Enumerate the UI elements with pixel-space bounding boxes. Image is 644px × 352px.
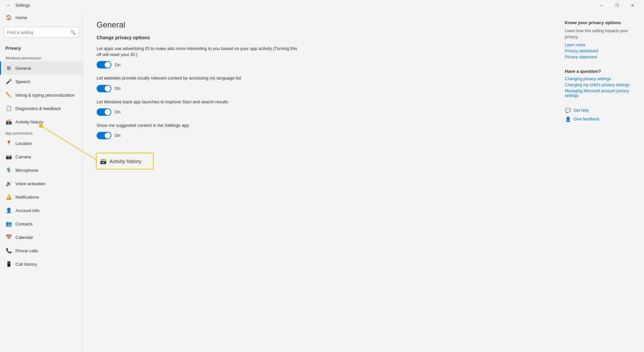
sidebar-phone-label: Phone calls — [15, 248, 38, 253]
setting-advertising-desc: Let apps use advertising ID to make ads … — [97, 46, 298, 58]
sidebar-item-notifications[interactable]: 🔔 Notifications — [0, 190, 83, 204]
sidebar-item-calendar[interactable]: 📅 Calendar — [0, 231, 83, 244]
sidebar-item-home[interactable]: 🏠 Home — [0, 11, 83, 24]
sidebar-item-account[interactable]: 👤 Account info — [0, 204, 83, 217]
home-icon: 🏠 — [5, 14, 12, 21]
sidebar-general-label: General — [15, 66, 31, 71]
search-box[interactable]: 🔍 — [4, 27, 79, 38]
know-privacy-text: Learn how this setting impacts your priv… — [565, 28, 636, 40]
toggle-language[interactable] — [97, 85, 111, 92]
inking-icon: ✏️ — [5, 92, 12, 98]
sidebar-camera-label: Camera — [15, 154, 31, 159]
right-panel: Know your privacy options Learn how this… — [557, 11, 644, 352]
minimize-button[interactable]: ─ — [594, 0, 609, 11]
titlebar-controls: ─ ❐ ✕ — [594, 0, 640, 11]
sidebar-diagnostics-label: Diagnostics & feedback — [15, 106, 61, 111]
back-button[interactable]: ← — [4, 1, 13, 10]
contacts-icon: 👥 — [5, 220, 12, 227]
sidebar-item-activity[interactable]: 🗃️ Activity history — [0, 115, 83, 129]
setting-language: Let websites provide locally relevant co… — [97, 75, 543, 92]
sidebar-item-camera[interactable]: 📷 Camera — [0, 150, 83, 163]
know-privacy-title: Know your privacy options — [565, 20, 636, 25]
toggle-row-suggested: On — [97, 132, 543, 139]
sidebar-item-diagnostics[interactable]: 📋 Diagnostics & feedback — [0, 102, 83, 115]
setting-suggested-desc: Show me suggested content in the Setting… — [97, 122, 298, 129]
sidebar-microphone-label: Microphone — [15, 168, 38, 173]
phone-icon: 📞 — [5, 247, 12, 254]
app-permissions-label: App permissions — [0, 129, 83, 137]
titlebar-title: Settings — [15, 3, 30, 8]
sidebar-callhistory-label: Call history — [15, 262, 37, 267]
sidebar-item-inking[interactable]: ✏️ Inking & typing personalization — [0, 88, 83, 102]
toggle-suggested-label: On — [115, 133, 120, 138]
sidebar-voice-label: Voice activation — [15, 181, 46, 186]
search-input[interactable] — [7, 30, 69, 35]
toggle-language-label: On — [115, 86, 120, 91]
give-feedback-icon: 👤 — [565, 116, 571, 122]
sidebar-contacts-label: Contacts — [15, 221, 33, 227]
toggle-advertising[interactable] — [97, 61, 111, 68]
sidebar-inking-label: Inking & typing personalization — [15, 93, 74, 98]
child-privacy-link[interactable]: Changing my child's privacy settings — [565, 83, 636, 87]
activity-icon: 🗃️ — [5, 118, 12, 125]
privacy-statement-link[interactable]: Privacy statement — [565, 55, 636, 59]
sidebar-item-contacts[interactable]: 👥 Contacts — [0, 217, 83, 231]
sidebar-item-general[interactable]: ⊞ General — [0, 61, 83, 75]
sidebar-item-microphone[interactable]: 🎙️ Microphone — [0, 163, 83, 177]
toggle-tracking-label: On — [115, 109, 120, 114]
close-button[interactable]: ✕ — [625, 0, 640, 11]
setting-advertising: Let apps use advertising ID to make ads … — [97, 46, 543, 68]
sidebar-home-label: Home — [15, 15, 27, 20]
app-container: 🏠 Home 🔍 Privacy Windows permissions ⊞ G… — [0, 11, 644, 352]
main-content: General Change privacy options Let apps … — [83, 11, 557, 352]
toggle-row-language: On — [97, 85, 543, 92]
callhistory-icon: 📱 — [5, 261, 12, 267]
sidebar-item-voice[interactable]: 🔊 Voice activation — [0, 177, 83, 190]
maximize-button[interactable]: ❐ — [609, 0, 625, 11]
sidebar-speech-label: Speech — [15, 79, 30, 84]
sidebar-item-phone[interactable]: 📞 Phone calls — [0, 244, 83, 257]
sidebar-notifications-label: Notifications — [15, 195, 39, 200]
diagnostics-icon: 📋 — [5, 105, 12, 112]
notifications-icon: 🔔 — [5, 194, 12, 200]
have-question-section: Have a question? Changing privacy settin… — [565, 69, 636, 98]
give-feedback-label: Give feedback — [574, 117, 599, 121]
section-title: Change privacy options — [97, 35, 543, 40]
location-icon: 📍 — [5, 140, 12, 147]
page-title: General — [97, 20, 543, 30]
toggle-tracking[interactable] — [97, 108, 111, 116]
general-icon: ⊞ — [5, 65, 12, 71]
setting-tracking-desc: Let Windows track app launches to improv… — [97, 99, 298, 105]
microphone-icon: 🎙️ — [5, 167, 12, 173]
voice-icon: 🔊 — [5, 180, 12, 187]
setting-language-desc: Let websites provide locally relevant co… — [97, 75, 298, 81]
learn-more-link[interactable]: Learn more — [565, 43, 636, 47]
setting-tracking: Let Windows track app launches to improv… — [97, 99, 543, 116]
setting-suggested: Show me suggested content in the Setting… — [97, 122, 543, 139]
give-feedback-action[interactable]: 👤 Give feedback — [565, 116, 636, 122]
titlebar: ← Settings ─ ❐ ✕ — [0, 0, 644, 11]
sidebar-location-label: Location — [15, 141, 32, 146]
have-question-title: Have a question? — [565, 69, 636, 74]
sidebar: 🏠 Home 🔍 Privacy Windows permissions ⊞ G… — [0, 11, 83, 352]
sidebar-item-callhistory[interactable]: 📱 Call history — [0, 257, 83, 271]
toggle-row-advertising: On — [97, 61, 543, 68]
microsoft-account-link[interactable]: Managing Microsoft account privacy setti… — [565, 89, 636, 98]
privacy-dashboard-link[interactable]: Privacy dashboard — [565, 49, 636, 53]
changing-privacy-link[interactable]: Changing privacy settings — [565, 77, 636, 81]
get-help-action[interactable]: 💬 Get help — [565, 107, 636, 113]
know-privacy-section: Know your privacy options Learn how this… — [565, 20, 636, 59]
account-icon: 👤 — [5, 207, 12, 214]
get-help-icon: 💬 — [565, 107, 571, 113]
toggle-suggested[interactable] — [97, 132, 111, 139]
calendar-icon: 📅 — [5, 234, 12, 241]
actions-section: 💬 Get help 👤 Give feedback — [565, 107, 636, 122]
sidebar-item-speech[interactable]: 🎤 Speech — [0, 75, 83, 88]
speech-icon: 🎤 — [5, 78, 12, 85]
toggle-advertising-label: On — [115, 62, 120, 67]
sidebar-account-label: Account info — [15, 208, 40, 213]
camera-icon: 📷 — [5, 153, 12, 160]
sidebar-item-location[interactable]: 📍 Location — [0, 137, 83, 150]
get-help-label: Get help — [574, 108, 589, 113]
search-icon: 🔍 — [70, 30, 76, 35]
